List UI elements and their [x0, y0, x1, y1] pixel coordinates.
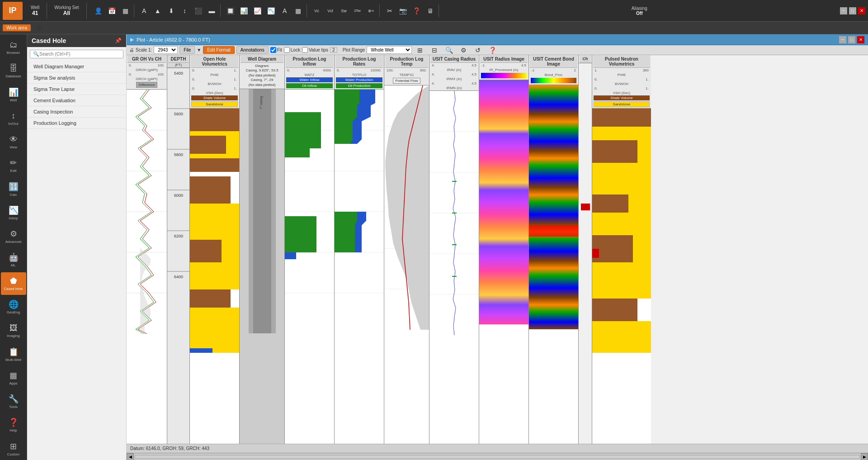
nav-item-edit[interactable]: ✏ Edit	[1, 154, 26, 177]
tb-btn-25w[interactable]: 25w	[351, 5, 364, 17]
svg-rect-18	[190, 109, 239, 131]
nav-item-view[interactable]: 👁 View	[1, 131, 26, 153]
nav-item-database[interactable]: 🗄 Database	[1, 60, 26, 82]
maximize-button[interactable]: □	[849, 7, 856, 14]
toolbar-group-1: 👤 📅 ▦	[90, 5, 134, 17]
nav-item-interp[interactable]: 📉 Interp	[1, 201, 26, 224]
scroll-thumb[interactable]	[135, 455, 860, 459]
svg-rect-75	[592, 299, 637, 321]
tb-btn-ox[interactable]: ⊕×	[365, 5, 377, 17]
prod-log-inflow-track	[285, 90, 334, 444]
svg-text:6000: 6000	[174, 193, 183, 198]
refresh-icon[interactable]: ↺	[472, 44, 484, 57]
value-tips-checkbox[interactable]	[302, 47, 308, 53]
nav-item-geoeng[interactable]: 🌐 GeoEng	[1, 296, 26, 318]
tb-btn-chart-d[interactable]: ↕	[179, 5, 191, 17]
tb-btn-3d[interactable]: 📉	[265, 5, 278, 17]
sidebar-item-well-diagram[interactable]: Well Diagram Manager	[27, 61, 126, 72]
work-area-tab[interactable]: Work area	[3, 24, 31, 31]
nav-item-advanced[interactable]: ⚙ Advanced	[1, 225, 26, 247]
question-icon[interactable]: ❓	[486, 44, 499, 57]
tb-btn-scissors[interactable]: ✂	[383, 5, 396, 17]
tb-btn-person[interactable]: 👤	[92, 5, 105, 17]
annotations-button[interactable]: Annotations	[236, 46, 269, 54]
tb-btn-chart-a[interactable]: A	[138, 5, 151, 17]
nav-item-cased-hole[interactable]: ⬟ Cased Hole	[1, 272, 26, 295]
gr-oh-column: GR OH Vs CH 0.100. GROH (gAPI) 0.100. GR…	[127, 55, 167, 444]
pulsed-neutron-column: Pulsed Neutron Volumetrics 1.360 PHIE 0.…	[592, 55, 651, 444]
value-tips-checkbox-label[interactable]: Value tips	[302, 47, 328, 53]
tb-btn-monitor[interactable]: 🖥	[424, 5, 437, 17]
sidebar-item-sigma-time[interactable]: Sigma Time Lapse	[27, 84, 126, 95]
tb-btn-3e[interactable]: A	[278, 5, 291, 17]
plot-close-btn[interactable]: ✕	[857, 36, 864, 43]
scale-select[interactable]: 2943	[154, 46, 178, 54]
ch-svg	[579, 63, 592, 308]
cement-anomaly	[529, 225, 578, 237]
tb-btn-3b[interactable]: 📊	[238, 5, 250, 17]
aliasing-info: Aliasing Off	[632, 6, 647, 16]
tb-btn-vc[interactable]: Vc	[311, 5, 323, 17]
tb-btn-sw[interactable]: Sw	[338, 5, 350, 17]
svg-rect-67	[637, 140, 651, 163]
nav-item-tools[interactable]: 🔧 Tools	[1, 390, 26, 413]
sidebar-item-casing-inspect[interactable]: Casing Inspection	[27, 106, 126, 118]
edit-format-button[interactable]: Edit Format	[203, 46, 235, 54]
tb-btn-vcl[interactable]: Vcl	[324, 5, 337, 17]
minimize-button[interactable]: ─	[840, 7, 847, 14]
scroll-right-btn[interactable]: ▶	[861, 453, 868, 460]
search-icon: 🔍	[33, 51, 39, 57]
tb-btn-chart-c[interactable]: ⬇	[165, 5, 178, 17]
tb-btn-3c[interactable]: 📈	[251, 5, 264, 17]
nav-item-custom[interactable]: ⊞ Custom	[1, 437, 26, 460]
calc-icon: 🔢	[9, 182, 19, 192]
search-input[interactable]	[39, 52, 103, 57]
close-button[interactable]: ✕	[858, 7, 865, 14]
plot-range-label: Plot Range	[343, 47, 365, 52]
tb-btn-chart-e[interactable]: ⬛	[192, 5, 205, 17]
scale-label: Scale 1:	[136, 47, 152, 52]
svg-rect-74	[592, 262, 651, 299]
zoom-icon[interactable]: 🔍	[443, 44, 455, 57]
plot-range-select[interactable]: Whole Well	[367, 46, 412, 54]
nav-item-calc[interactable]: 🔢 Calc	[1, 178, 26, 200]
sidebar-item-cement-eval[interactable]: Cement Evaluation	[27, 95, 126, 106]
settings-icon[interactable]: ⚙	[457, 44, 470, 57]
depth-column: DEPTH (FT) 5400 5600 5800 6000	[167, 55, 190, 444]
tb-btn-calendar[interactable]: 📅	[106, 5, 118, 17]
sidebar-item-prod-logging[interactable]: Production Logging	[27, 118, 126, 129]
fit-checkbox-label[interactable]: Fit	[270, 47, 282, 53]
help-icon: ❓	[9, 417, 19, 427]
prod-log-temp-column: Production Log Temp 100.300. TEMPS1 Pote…	[384, 55, 429, 444]
lock-checkbox[interactable]	[284, 47, 290, 53]
lock-checkbox-label[interactable]: Lock	[284, 47, 300, 53]
apps-icon: ▦	[9, 370, 17, 380]
tb-btn-grid[interactable]: ▦	[119, 5, 132, 17]
search-box[interactable]: 🔍	[30, 50, 123, 58]
nav-item-imaging[interactable]: 🖼 Imaging	[1, 319, 26, 342]
tb-btn-chart-b[interactable]: ▲	[151, 5, 164, 17]
nav-item-multi-well[interactable]: 📋 Multi-Well	[1, 343, 26, 365]
grid-view-icon[interactable]: ⊞	[414, 44, 426, 57]
tb-btn-chart-f[interactable]: ▬	[206, 5, 218, 17]
tb-btn-3f[interactable]: ▦	[292, 5, 305, 17]
plot-minimize-btn[interactable]: ─	[839, 36, 846, 43]
nav-item-browser[interactable]: 🗂 Browser	[1, 36, 26, 59]
tb-btn-question[interactable]: ❓	[410, 5, 423, 17]
split-view-icon[interactable]: ⊟	[428, 44, 441, 57]
nav-item-apps[interactable]: ▦ Apps	[1, 366, 26, 389]
sidebar-item-sigma-sw[interactable]: Sigma Sw analysis	[27, 72, 126, 84]
scroll-left-btn[interactable]: ◀	[127, 453, 134, 460]
fit-checkbox[interactable]	[270, 47, 276, 53]
nav-item-ml[interactable]: 🤖 ML	[1, 249, 26, 271]
nav-item-inout[interactable]: ↕ In/Out	[1, 107, 26, 130]
tb-btn-camera[interactable]: 📷	[397, 5, 410, 17]
file-button[interactable]: File	[179, 46, 195, 54]
tb-btn-3a[interactable]: 🔲	[224, 5, 237, 17]
h-scrollbar[interactable]: ◀ ▶	[127, 453, 868, 460]
nav-item-help[interactable]: ❓ Help	[1, 414, 26, 436]
nav-item-well[interactable]: 📊 Well	[1, 83, 26, 106]
plot-restore-btn[interactable]: □	[848, 36, 855, 43]
app-logo[interactable]: IP	[3, 2, 23, 20]
layout-icon[interactable]: ⊞	[33, 22, 45, 34]
